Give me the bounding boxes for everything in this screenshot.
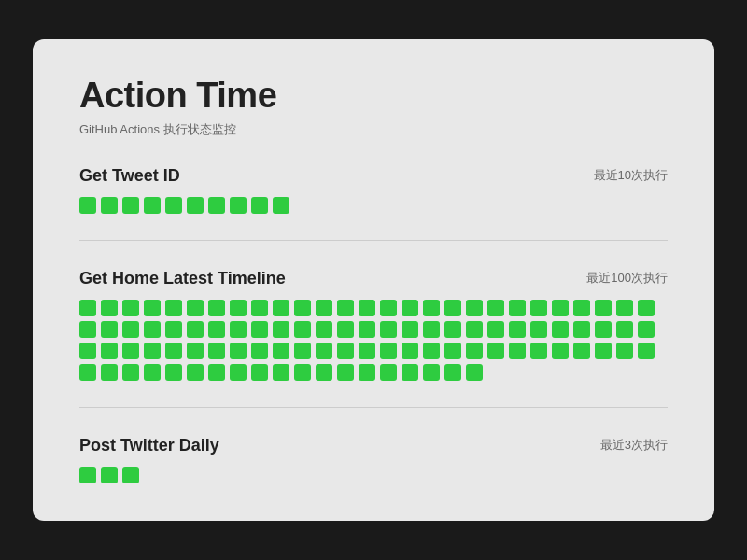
dot xyxy=(230,321,247,338)
dot xyxy=(359,300,375,316)
dot xyxy=(402,321,418,338)
dot xyxy=(487,300,504,316)
dot xyxy=(101,321,118,338)
dot xyxy=(359,364,375,381)
dot xyxy=(487,321,504,338)
section-meta-1: 最近10次执行 xyxy=(594,167,668,184)
dot xyxy=(337,321,354,338)
app-subtitle: GitHub Actions 执行状态监控 xyxy=(79,121,668,138)
dot xyxy=(595,343,612,359)
dot xyxy=(316,300,332,316)
dot xyxy=(230,197,247,214)
dot xyxy=(122,321,139,338)
dot xyxy=(165,300,182,316)
dot xyxy=(423,300,440,316)
dot xyxy=(316,364,332,381)
dot xyxy=(79,300,96,316)
dot xyxy=(638,343,655,359)
dot xyxy=(208,197,225,214)
dots-container-3 xyxy=(79,467,668,483)
dot xyxy=(316,343,332,359)
dot xyxy=(251,300,268,316)
dot xyxy=(165,197,182,214)
dot xyxy=(294,343,311,359)
dot xyxy=(122,364,139,381)
dot xyxy=(165,364,182,381)
section-get-home-latest-timeline: Get Home Latest Timeline 最近100次执行 xyxy=(79,269,668,381)
dot xyxy=(251,343,268,359)
dot xyxy=(144,300,161,316)
dot xyxy=(444,300,461,316)
dot xyxy=(251,321,268,338)
dot xyxy=(466,300,483,316)
dot xyxy=(638,300,655,316)
section-header-3: Post Twitter Daily 最近3次执行 xyxy=(79,436,668,455)
dot xyxy=(573,343,590,359)
dot xyxy=(208,300,225,316)
dot xyxy=(487,343,504,359)
section-header-1: Get Tweet ID 最近10次执行 xyxy=(79,166,668,186)
dot xyxy=(638,321,655,338)
dot xyxy=(230,343,247,359)
dot xyxy=(122,300,139,316)
dot xyxy=(165,321,182,338)
dot xyxy=(380,364,397,381)
dot xyxy=(208,343,225,359)
dot xyxy=(552,300,569,316)
dot xyxy=(251,364,268,381)
dot xyxy=(101,300,118,316)
dot xyxy=(595,321,612,338)
dot xyxy=(187,343,204,359)
dot xyxy=(122,467,139,483)
dot xyxy=(444,343,461,359)
dot xyxy=(165,343,182,359)
dot xyxy=(316,321,332,338)
section-header-2: Get Home Latest Timeline 最近100次执行 xyxy=(79,269,668,288)
dot xyxy=(79,467,96,483)
dot xyxy=(101,343,118,359)
section-title-3: Post Twitter Daily xyxy=(79,436,219,455)
dot xyxy=(595,300,612,316)
dot xyxy=(552,321,569,338)
dot xyxy=(101,467,118,483)
dot xyxy=(423,364,440,381)
dot xyxy=(466,321,483,338)
dot xyxy=(294,300,311,316)
dots-container-2 xyxy=(79,300,668,381)
dot xyxy=(187,300,204,316)
dot xyxy=(101,364,118,381)
dot xyxy=(122,343,139,359)
dot xyxy=(187,197,204,214)
section-meta-3: 最近3次执行 xyxy=(600,437,668,454)
dot xyxy=(294,364,311,381)
dot xyxy=(273,197,289,214)
dot xyxy=(573,321,590,338)
dot xyxy=(509,300,526,316)
dot xyxy=(444,364,461,381)
section-meta-2: 最近100次执行 xyxy=(586,270,668,287)
divider-2 xyxy=(79,407,668,408)
app-title: Action Time xyxy=(79,77,668,116)
dot xyxy=(530,321,547,338)
dots-container-1 xyxy=(79,197,668,214)
dot xyxy=(616,300,633,316)
dot xyxy=(402,300,418,316)
dot xyxy=(509,321,526,338)
dot xyxy=(273,300,289,316)
dot xyxy=(79,364,96,381)
divider-1 xyxy=(79,240,668,241)
dot xyxy=(466,364,483,381)
dot xyxy=(122,197,139,214)
dot xyxy=(466,343,483,359)
dot xyxy=(79,197,96,214)
dot xyxy=(337,364,354,381)
app-header: Action Time GitHub Actions 执行状态监控 xyxy=(79,77,668,138)
dot xyxy=(380,321,397,338)
dot xyxy=(187,364,204,381)
dot xyxy=(101,197,118,214)
dot xyxy=(251,197,268,214)
dot xyxy=(337,300,354,316)
dot xyxy=(144,343,161,359)
dot xyxy=(530,300,547,316)
dot xyxy=(423,321,440,338)
